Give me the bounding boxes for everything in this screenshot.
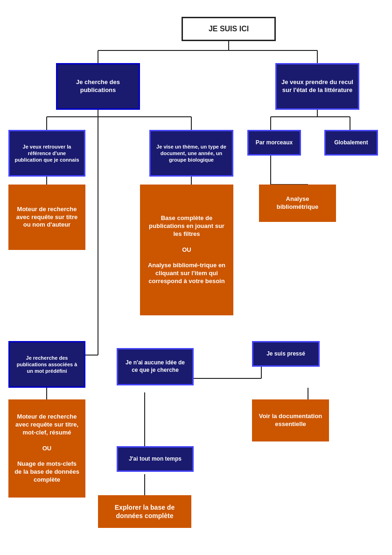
start-box: JE SUIS ICI xyxy=(182,17,276,41)
box-aucune-idee: Je n'ai aucune idée de ce que je cherche xyxy=(117,348,194,385)
box-moteur-titre-auteur: Moteur de recherche avec requête sur tit… xyxy=(8,185,85,250)
box-vise-theme: Je vise un thème, un type de document, u… xyxy=(149,130,233,177)
box-explorer-base: Explorer la base de données complète xyxy=(98,495,191,528)
box-presse: Je suis pressé xyxy=(252,341,320,367)
box-documentation-essentielle: Voir la documentation essentielle xyxy=(252,399,329,441)
box-tout-mon-temps: J'ai tout mon temps xyxy=(117,446,194,472)
box-globalement: Globalement xyxy=(324,130,378,156)
box-analyse-bibliometrique: Analyse bibliométrique xyxy=(259,185,336,222)
box-recherche-mot-predefini: Je recherche des publications associées … xyxy=(8,341,85,388)
box-prendre-recul: Je veux prendre du recul sur l'état de l… xyxy=(275,63,359,110)
diagram-container: JE SUIS ICI Je cherche des publications … xyxy=(0,0,392,555)
box-cherche-publications: Je cherche des publications xyxy=(56,63,140,110)
box-base-complete: Base complète de publications en jouant … xyxy=(140,185,233,315)
box-par-morceaux: Par morceaux xyxy=(247,130,301,156)
box-moteur-mot-clef: Moteur de recherche avec requête sur tit… xyxy=(8,399,85,498)
box-retrouver-reference: Je veux retrouver la référence d'une pub… xyxy=(8,130,85,177)
